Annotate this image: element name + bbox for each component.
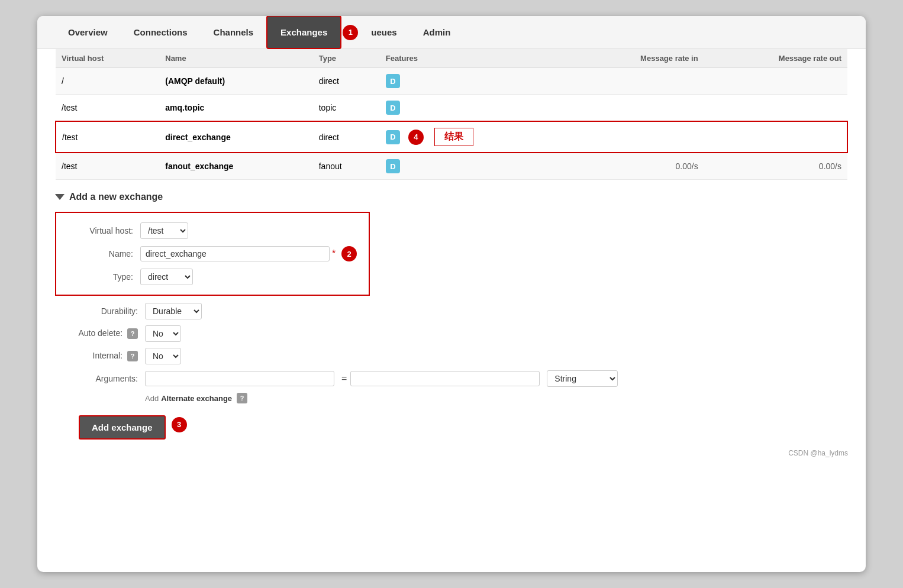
auto-delete-select[interactable]: No Yes <box>145 325 181 342</box>
durability-select[interactable]: Durable Transient <box>145 303 202 319</box>
cell-features: D <box>380 153 570 180</box>
cell-vhost: /test <box>56 95 159 122</box>
exchange-table: Virtual host Name Type Features Message … <box>55 49 848 180</box>
virtual-host-select[interactable]: /test/default <box>140 222 188 239</box>
table-header-row: Virtual host Name Type Features Message … <box>56 49 847 68</box>
cell-name: fanout_exchange <box>159 153 312 180</box>
name-input[interactable] <box>140 246 330 261</box>
auto-delete-label: Auto delete: ? <box>55 328 138 339</box>
nav-connections[interactable]: Connections <box>121 17 201 48</box>
feature-d-badge: D <box>386 130 400 144</box>
cell-rate-in <box>570 95 704 122</box>
cell-type: topic <box>313 95 380 122</box>
nav-badge-1: 1 <box>343 25 358 40</box>
cell-name: (AMQP default) <box>159 68 312 95</box>
col-name: Name <box>159 49 312 68</box>
type-select[interactable]: direct topic fanout headers <box>140 269 193 285</box>
cell-type: fanout <box>313 153 380 180</box>
cell-vhost: /test <box>56 153 159 180</box>
badge-2: 2 <box>341 246 357 261</box>
footer-credit: CSDN @ha_lydms <box>37 449 866 457</box>
cell-type: direct <box>313 121 380 153</box>
badge-3: 3 <box>172 417 187 432</box>
col-rate-out: Message rate out <box>704 49 847 68</box>
feature-d-badge: D <box>386 101 400 115</box>
cell-rate-in <box>570 121 704 153</box>
table-row[interactable]: /test amq.topic topic D <box>56 95 847 122</box>
add-button-row: Add exchange 3 <box>67 409 848 440</box>
cell-rate-out: 0.00/s <box>704 153 847 180</box>
arguments-row: Arguments: = String Number Boolean <box>55 370 848 387</box>
alternate-exchange-label: Alternate exchange <box>161 394 232 403</box>
cell-vhost: / <box>56 68 159 95</box>
add-exchange-section: Add a new exchange Virtual host: /test/d… <box>37 180 866 440</box>
collapse-icon[interactable] <box>55 194 64 200</box>
cell-name: direct_exchange <box>159 121 312 153</box>
nav-overview[interactable]: Overview <box>55 17 121 48</box>
internal-label: Internal: ? <box>55 351 138 361</box>
add-alternate-row: Add Alternate exchange ? <box>145 393 848 403</box>
cell-rate-out <box>704 68 847 95</box>
cell-features: D <box>380 95 570 122</box>
internal-select[interactable]: No Yes <box>145 348 181 364</box>
feature-d-badge: D <box>386 74 400 88</box>
cell-vhost: /test <box>56 121 159 153</box>
section-title: Add a new exchange <box>69 192 163 202</box>
nav-exchanges[interactable]: Exchanges <box>266 16 341 49</box>
add-link[interactable]: Add <box>145 394 159 403</box>
col-rate-in: Message rate in <box>570 49 704 68</box>
main-window: Overview Connections Channels Exchanges … <box>37 16 866 572</box>
arguments-key-input[interactable] <box>145 371 334 386</box>
required-form-box: Virtual host: /test/default Name: * 2 Ty… <box>55 212 370 296</box>
nav-bar: Overview Connections Channels Exchanges … <box>37 16 866 49</box>
nav-admin[interactable]: Admin <box>410 17 464 48</box>
alternate-help-icon[interactable]: ? <box>237 393 247 403</box>
table-row[interactable]: / (AMQP default) direct D <box>56 68 847 95</box>
cell-features: D 4 结果 <box>380 121 570 153</box>
type-label: Type: <box>68 272 133 282</box>
col-type: Type <box>313 49 380 68</box>
add-exchange-button[interactable]: Add exchange <box>79 415 166 440</box>
exchange-table-section: Virtual host Name Type Features Message … <box>37 49 866 180</box>
result-label: 结果 <box>434 128 473 146</box>
cell-rate-in <box>570 68 704 95</box>
required-star: * <box>332 248 336 259</box>
cell-type: direct <box>313 68 380 95</box>
cell-features: D <box>380 68 570 95</box>
feature-d-badge: D <box>386 159 400 173</box>
col-vhost: Virtual host <box>56 49 159 68</box>
name-row: Name: * 2 <box>68 246 357 261</box>
virtual-host-row: Virtual host: /test/default <box>68 222 357 239</box>
auto-delete-row: Auto delete: ? No Yes <box>55 325 848 342</box>
table-row-highlight[interactable]: /test direct_exchange direct D 4 结果 <box>56 121 847 153</box>
internal-help-icon[interactable]: ? <box>127 351 138 361</box>
auto-delete-help-icon[interactable]: ? <box>127 328 138 339</box>
nav-queues[interactable]: ueues <box>358 17 409 48</box>
arguments-value-input[interactable] <box>350 371 540 386</box>
cell-rate-out <box>704 95 847 122</box>
arguments-label: Arguments: <box>55 374 138 383</box>
equals-sign: = <box>341 373 347 384</box>
cell-rate-out <box>704 121 847 153</box>
section-header: Add a new exchange <box>55 192 848 202</box>
durability-label: Durability: <box>55 306 138 316</box>
cell-name: amq.topic <box>159 95 312 122</box>
table-row[interactable]: /test fanout_exchange fanout D 0.00/s 0.… <box>56 153 847 180</box>
virtual-host-label: Virtual host: <box>68 226 133 235</box>
nav-channels[interactable]: Channels <box>201 17 267 48</box>
internal-row: Internal: ? No Yes <box>55 348 848 364</box>
arguments-type-select[interactable]: String Number Boolean <box>547 370 618 387</box>
col-features: Features <box>380 49 570 68</box>
cell-rate-in: 0.00/s <box>570 153 704 180</box>
durability-row: Durability: Durable Transient <box>55 303 848 319</box>
type-row: Type: direct topic fanout headers <box>68 269 357 285</box>
badge-4: 4 <box>408 130 424 145</box>
name-label: Name: <box>68 249 133 259</box>
